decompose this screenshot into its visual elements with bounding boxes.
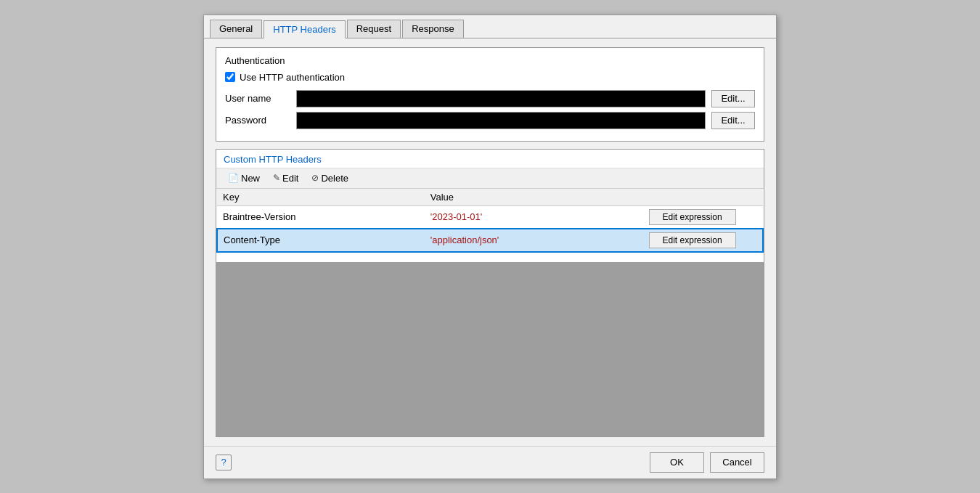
row-key: Content-Type <box>217 229 425 252</box>
edit-expression-button[interactable]: Edit expression <box>649 232 736 248</box>
table-row[interactable]: Content-Type'application/json'Edit expre… <box>217 229 763 252</box>
use-http-auth-checkbox[interactable] <box>225 72 235 82</box>
new-button[interactable]: 📄 New <box>222 171 266 185</box>
username-edit-button[interactable]: Edit... <box>711 90 755 107</box>
table-header-row: Key Value <box>217 189 763 206</box>
new-icon: 📄 <box>228 173 239 183</box>
custom-headers-section: Custom HTTP Headers 📄 New ✎ Edit ⊘ Delet… <box>216 149 764 437</box>
cancel-button[interactable]: Cancel <box>710 452 764 473</box>
col-value-header: Value <box>425 189 643 206</box>
row-key: Braintree-Version <box>217 205 425 229</box>
dialog-footer: ? OK Cancel <box>204 446 776 478</box>
edit-label: Edit <box>282 173 298 184</box>
edit-icon: ✎ <box>273 173 280 183</box>
custom-headers-title: Custom HTTP Headers <box>216 150 764 168</box>
tab-general[interactable]: General <box>210 20 262 38</box>
password-edit-button[interactable]: Edit... <box>711 112 755 129</box>
col-action-header <box>643 189 763 206</box>
table-row[interactable]: Braintree-Version'2023-01-01'Edit expres… <box>217 205 763 229</box>
password-row: Password Edit... <box>225 112 755 129</box>
headers-toolbar: 📄 New ✎ Edit ⊘ Delete <box>216 168 764 189</box>
footer-right: OK Cancel <box>650 452 764 473</box>
delete-label: Delete <box>321 173 348 184</box>
row-value: 'application/json' <box>425 229 643 252</box>
delete-icon: ⊘ <box>311 173 319 183</box>
edit-expression-button[interactable]: Edit expression <box>649 209 736 225</box>
headers-table: Key Value Braintree-Version'2023-01-01'E… <box>216 189 764 253</box>
edit-button[interactable]: ✎ Edit <box>267 171 304 185</box>
username-row: User name Edit... <box>225 90 755 107</box>
authentication-title: Authentication <box>225 55 755 66</box>
tab-http-headers[interactable]: HTTP Headers <box>264 20 345 38</box>
username-label: User name <box>225 93 290 104</box>
empty-area <box>216 262 764 436</box>
ok-button[interactable]: OK <box>650 452 704 473</box>
help-button[interactable]: ? <box>216 455 232 470</box>
row-action: Edit expression <box>643 229 763 252</box>
col-key-header: Key <box>217 189 425 206</box>
authentication-section: Authentication Use HTTP authentication U… <box>216 47 764 142</box>
row-action: Edit expression <box>643 205 763 229</box>
headers-table-container: Key Value Braintree-Version'2023-01-01'E… <box>216 189 764 262</box>
username-input[interactable] <box>296 90 706 107</box>
tab-response[interactable]: Response <box>402 20 464 38</box>
auth-checkbox-row: Use HTTP authentication <box>225 72 755 83</box>
help-icon: ? <box>221 457 226 468</box>
dialog: General HTTP Headers Request Response Au… <box>203 15 777 479</box>
footer-left: ? <box>216 455 232 470</box>
password-input[interactable] <box>296 112 706 129</box>
new-label: New <box>241 173 260 184</box>
use-http-auth-label: Use HTTP authentication <box>240 72 345 83</box>
tab-request[interactable]: Request <box>347 20 401 38</box>
tab-bar: General HTTP Headers Request Response <box>204 15 776 38</box>
password-label: Password <box>225 115 290 126</box>
dialog-body: Authentication Use HTTP authentication U… <box>204 38 776 446</box>
delete-button[interactable]: ⊘ Delete <box>306 171 354 185</box>
row-value: '2023-01-01' <box>425 205 643 229</box>
